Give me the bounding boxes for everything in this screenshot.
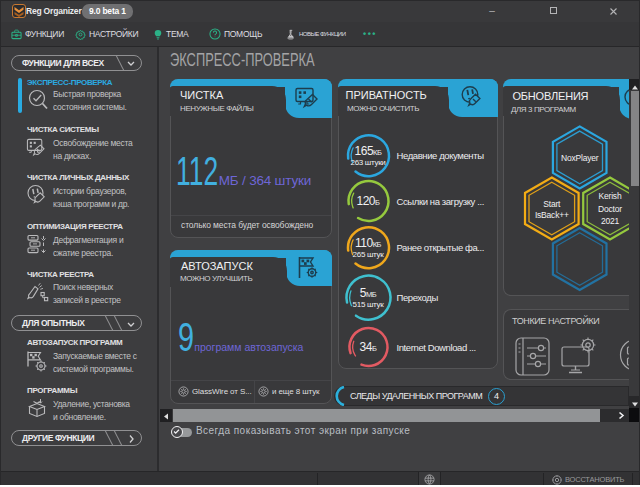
svg-text:Start: Start <box>543 199 561 209</box>
svg-text:NoxPlayer: NoxPlayer <box>561 153 599 163</box>
svg-text:Internet Download ...: Internet Download ... <box>397 342 476 353</box>
svg-text:Переходы: Переходы <box>397 292 439 303</box>
svg-text:34Б: 34Б <box>360 340 377 354</box>
svg-text:2021: 2021 <box>601 216 620 226</box>
svg-text:263 штуки: 263 штуки <box>350 158 385 167</box>
svg-text:265 штук: 265 штук <box>353 250 385 259</box>
svg-text:Doctor: Doctor <box>598 204 622 214</box>
svg-text:Ссылки на загрузку ...: Ссылки на загрузку ... <box>397 196 484 207</box>
svg-text:Kerish: Kerish <box>599 191 622 201</box>
svg-text:515 штук: 515 штук <box>353 300 385 309</box>
svg-text:110КБ: 110КБ <box>355 236 382 250</box>
svg-text:120Б: 120Б <box>357 194 381 208</box>
svg-text:5МБ: 5МБ <box>360 286 377 300</box>
svg-text:Недавние документы: Недавние документы <box>397 150 485 161</box>
svg-text:165КБ: 165КБ <box>355 144 382 158</box>
svg-text:Ранее открытые фа...: Ранее открытые фа... <box>397 242 485 253</box>
svg-text:IsBack++: IsBack++ <box>535 210 569 220</box>
